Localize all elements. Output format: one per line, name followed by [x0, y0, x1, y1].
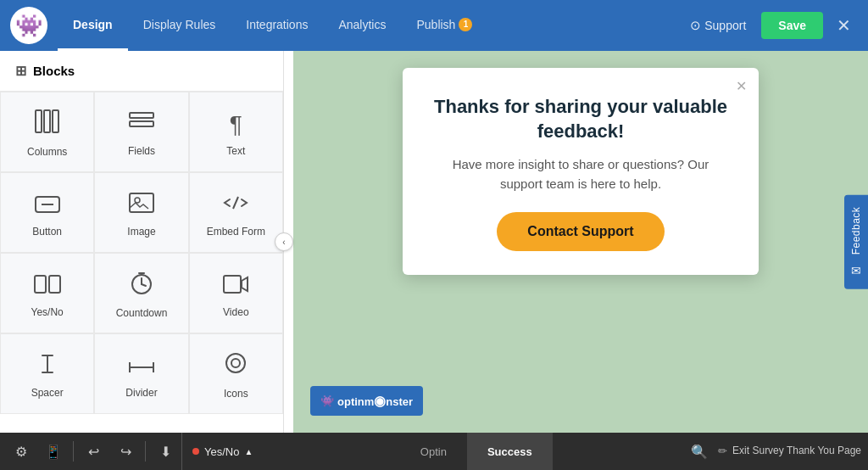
svg-rect-16 — [224, 276, 241, 293]
image-icon — [129, 192, 154, 219]
svg-rect-2 — [53, 110, 58, 132]
tab-publish[interactable]: Publish 1 — [401, 0, 487, 51]
image-label: Image — [127, 226, 155, 238]
icons-icon — [224, 351, 248, 381]
header-right: ⊙ Support Save ✕ — [682, 10, 858, 41]
svg-point-21 — [226, 354, 245, 372]
embed-form-icon — [223, 192, 248, 219]
undo-button[interactable]: ↩ — [77, 433, 109, 470]
separator-2 — [145, 441, 146, 462]
exit-icon: ✏ — [718, 445, 727, 459]
logo: 👾 — [10, 7, 47, 44]
om-badge: 👾 optinm◉nster — [310, 386, 423, 416]
popup-close-button[interactable]: ✕ — [736, 78, 747, 94]
svg-point-22 — [231, 359, 240, 367]
block-embed-form[interactable]: Embed Form — [189, 172, 283, 253]
button-icon — [35, 192, 60, 219]
divider-icon — [129, 353, 154, 380]
svg-rect-1 — [44, 110, 50, 132]
video-icon — [223, 272, 248, 299]
om-logo-icon: 👾 — [320, 394, 334, 407]
text-label: Text — [226, 145, 245, 157]
contact-support-button[interactable]: Contact Support — [497, 212, 664, 251]
canvas-area: ✕ Thanks for sharing your valuable feedb… — [293, 51, 868, 433]
block-divider[interactable]: Divider — [94, 333, 188, 414]
yes-no-dropdown-button[interactable]: Yes/No ▲ — [181, 433, 263, 470]
block-yes-no[interactable]: Yes/No — [0, 253, 94, 333]
block-text[interactable]: ¶ Text — [189, 92, 283, 172]
tab-design[interactable]: Design — [58, 0, 128, 51]
icons-label: Icons — [224, 388, 248, 400]
app-header: 👾 Design Display Rules Integrations Anal… — [0, 0, 868, 51]
feedback-icon: ✉ — [851, 263, 861, 277]
bottom-center-tabs: Optin Success — [268, 433, 684, 470]
feedback-tab[interactable]: Feedback ✉ — [844, 195, 868, 289]
sidebar: ⊞ Blocks Columns — [0, 51, 284, 433]
svg-line-14 — [142, 284, 146, 286]
mobile-icon: 📱 — [45, 444, 62, 460]
block-columns[interactable]: Columns — [0, 92, 94, 172]
video-label: Video — [223, 306, 248, 318]
popup-subtitle: Have more insight to share or questions?… — [433, 155, 728, 193]
undo-icon: ↩ — [88, 444, 99, 460]
support-icon: ⊙ — [690, 18, 701, 33]
search-button[interactable]: 🔍 — [684, 436, 715, 467]
redo-button[interactable]: ↪ — [109, 433, 142, 470]
divider-label: Divider — [125, 387, 157, 399]
save-draft-button[interactable]: ⬇ — [149, 433, 181, 470]
popup-title: Thanks for sharing your valuable feedbac… — [433, 95, 728, 143]
yes-no-dropdown-label: Yes/No — [204, 445, 239, 458]
tab-success[interactable]: Success — [467, 433, 553, 470]
svg-rect-0 — [36, 110, 42, 132]
embed-form-label: Embed Form — [207, 226, 265, 238]
block-icons[interactable]: Icons — [189, 333, 283, 414]
blocks-icon: ⊞ — [15, 63, 26, 79]
redo-icon: ↪ — [120, 444, 131, 460]
popup-card: ✕ Thanks for sharing your valuable feedb… — [403, 68, 759, 275]
sidebar-title: Blocks — [33, 64, 75, 78]
svg-rect-10 — [35, 276, 46, 293]
block-image[interactable]: Image — [94, 172, 188, 253]
tab-integrations[interactable]: Integrations — [231, 0, 323, 51]
feedback-label: Feedback — [850, 207, 862, 255]
mobile-preview-button[interactable]: 📱 — [37, 433, 70, 470]
exit-info: ✏ Exit Survey Thank You Page — [718, 445, 861, 459]
publish-badge: 1 — [459, 18, 472, 31]
svg-line-9 — [233, 197, 238, 209]
yes-no-icon — [34, 272, 61, 299]
block-countdown[interactable]: Countdown — [94, 253, 188, 333]
close-button[interactable]: ✕ — [830, 10, 858, 41]
yes-no-status-dot — [192, 448, 199, 455]
nav-tabs: Design Display Rules Integrations Analyt… — [58, 0, 678, 51]
sidebar-collapse-button[interactable]: ‹ — [275, 232, 293, 251]
logo-area: 👾 — [10, 7, 47, 44]
columns-icon — [35, 109, 60, 139]
om-badge-text: optinm◉nster — [337, 393, 413, 409]
main-layout: ⊞ Blocks Columns — [0, 51, 868, 433]
svg-rect-7 — [130, 193, 153, 212]
button-label: Button — [32, 226, 62, 238]
tab-analytics[interactable]: Analytics — [323, 0, 401, 51]
settings-icon: ⚙ — [15, 444, 27, 460]
svg-rect-4 — [130, 121, 153, 126]
block-fields[interactable]: Fields — [94, 92, 188, 172]
logo-icon: 👾 — [15, 13, 42, 39]
countdown-icon — [130, 271, 153, 300]
yes-no-label: Yes/No — [31, 306, 64, 318]
tab-display-rules[interactable]: Display Rules — [128, 0, 231, 51]
block-video[interactable]: Video — [189, 253, 283, 333]
block-button[interactable]: Button — [0, 172, 94, 253]
spacer-label: Spacer — [31, 387, 64, 399]
block-spacer[interactable]: Spacer — [0, 333, 94, 414]
support-button[interactable]: ⊙ Support — [682, 13, 754, 38]
bottom-left: ⚙ 📱 ↩ ↪ ⬇ Yes/No ▲ — [0, 433, 268, 470]
svg-rect-11 — [49, 276, 60, 293]
save-button[interactable]: Save — [761, 12, 823, 39]
columns-label: Columns — [27, 146, 67, 158]
settings-button[interactable]: ⚙ — [5, 433, 37, 470]
fields-icon — [129, 111, 154, 138]
chevron-up-icon: ▲ — [244, 447, 253, 456]
countdown-label: Countdown — [116, 307, 168, 319]
text-icon: ¶ — [230, 111, 242, 138]
tab-optin[interactable]: Optin — [400, 433, 467, 470]
